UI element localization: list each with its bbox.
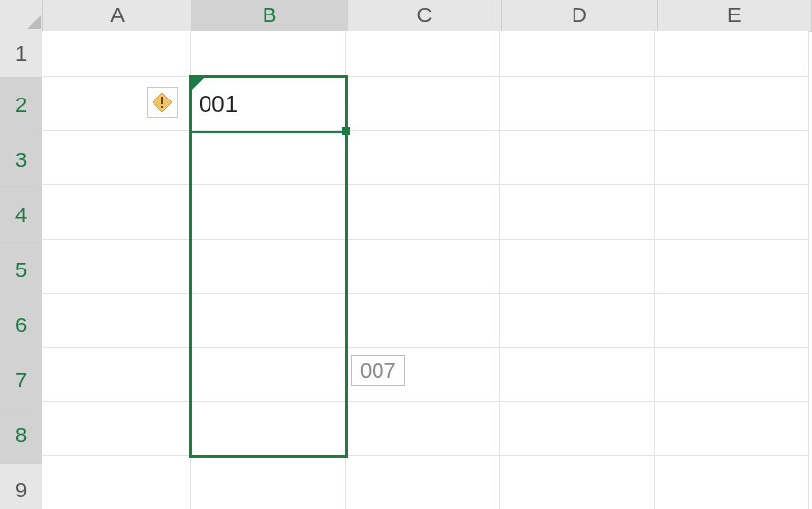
- cell-C2[interactable]: [346, 77, 500, 131]
- select-all-triangle-icon: [27, 15, 41, 29]
- cell-C8[interactable]: [346, 402, 500, 456]
- cell-B1[interactable]: [191, 31, 346, 77]
- cell-B5[interactable]: [191, 240, 346, 294]
- cell-A9[interactable]: [42, 456, 191, 509]
- cell-D5[interactable]: [500, 240, 655, 294]
- error-check-smart-tag[interactable]: [147, 87, 178, 118]
- cell-D4[interactable]: [500, 185, 655, 240]
- col-header-D[interactable]: D: [502, 0, 657, 32]
- row-header-2[interactable]: 2: [0, 78, 44, 133]
- cell-E2[interactable]: [655, 77, 809, 131]
- svg-rect-2: [161, 97, 163, 104]
- cell-B4[interactable]: [191, 185, 346, 240]
- col-header-E[interactable]: E: [658, 0, 812, 32]
- autofill-preview-tooltip: 007: [351, 355, 405, 386]
- cell-A7[interactable]: [42, 348, 191, 402]
- row-header-9[interactable]: 9: [0, 464, 43, 509]
- row-header-7[interactable]: 7: [0, 353, 44, 409]
- svg-rect-3: [161, 106, 163, 108]
- row-header-3[interactable]: 3: [0, 133, 44, 188]
- row-header-8[interactable]: 8: [0, 409, 44, 464]
- col-header-B[interactable]: B: [192, 0, 347, 33]
- cell-C9[interactable]: [346, 456, 500, 509]
- cell-C1[interactable]: [346, 31, 500, 77]
- row-header-5[interactable]: 5: [0, 243, 44, 298]
- cell-D1[interactable]: [500, 31, 655, 77]
- cell-E6[interactable]: [655, 294, 809, 348]
- cell-C3[interactable]: [346, 131, 500, 185]
- col-header-A[interactable]: A: [43, 0, 192, 32]
- cell-A8[interactable]: [42, 402, 191, 456]
- cell-D3[interactable]: [500, 131, 655, 185]
- worksheet[interactable]: A B C D E 1 2 3 4 5 6 7 8 9 001 007: [0, 0, 812, 509]
- cell-E7[interactable]: [655, 348, 809, 402]
- cell-B6[interactable]: [191, 294, 346, 348]
- cell-C4[interactable]: [346, 185, 500, 240]
- select-all-corner[interactable]: [0, 0, 43, 32]
- cell-A4[interactable]: [42, 185, 191, 240]
- cell-E8[interactable]: [655, 402, 809, 456]
- col-header-C[interactable]: C: [348, 0, 502, 32]
- row-header-1[interactable]: 1: [0, 31, 43, 78]
- cell-E3[interactable]: [655, 131, 809, 185]
- cell-E9[interactable]: [655, 456, 809, 509]
- cell-E1[interactable]: [655, 31, 809, 77]
- row-header-6[interactable]: 6: [0, 298, 44, 353]
- cell-D6[interactable]: [500, 294, 655, 348]
- column-headers: A B C D E: [0, 0, 812, 31]
- cell-D8[interactable]: [500, 402, 655, 456]
- cell-B8[interactable]: [191, 402, 346, 456]
- cell-E5[interactable]: [655, 240, 809, 294]
- cell-A6[interactable]: [42, 294, 191, 348]
- cell-D7[interactable]: [500, 348, 655, 402]
- cell-B3[interactable]: [191, 131, 346, 185]
- cell-E4[interactable]: [655, 185, 809, 240]
- row-header-4[interactable]: 4: [0, 188, 44, 243]
- svg-marker-0: [27, 15, 41, 29]
- cell-D9[interactable]: [500, 456, 655, 509]
- cell-C5[interactable]: [346, 240, 500, 294]
- cell-B2[interactable]: 001: [191, 77, 346, 131]
- cell-A3[interactable]: [42, 131, 191, 185]
- cell-A1[interactable]: [42, 31, 191, 77]
- warning-diamond-icon: [152, 92, 173, 113]
- cell-C6[interactable]: [346, 294, 500, 348]
- cell-D2[interactable]: [500, 77, 655, 131]
- row-headers: 1 2 3 4 5 6 7 8 9: [0, 31, 42, 509]
- cell-B9[interactable]: [191, 456, 346, 509]
- cell-B7[interactable]: [191, 348, 346, 402]
- cell-A5[interactable]: [42, 240, 191, 294]
